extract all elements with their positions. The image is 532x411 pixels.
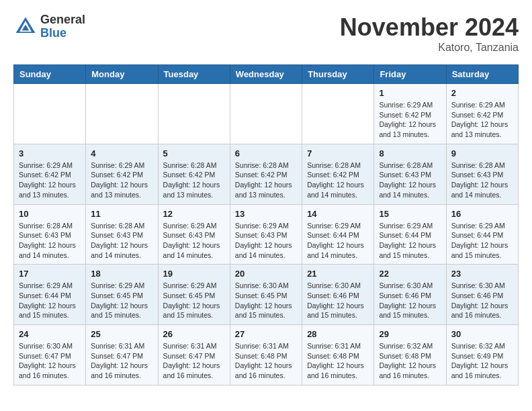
calendar-cell [302, 84, 374, 144]
day-info: Sunrise: 6:29 AM Sunset: 6:43 PM Dayligh… [235, 221, 297, 261]
calendar-cell: 5Sunrise: 6:28 AM Sunset: 6:42 PM Daylig… [158, 144, 230, 204]
calendar-cell: 3Sunrise: 6:29 AM Sunset: 6:42 PM Daylig… [14, 144, 86, 204]
calendar-cell: 13Sunrise: 6:29 AM Sunset: 6:43 PM Dayli… [230, 204, 302, 265]
logo: General Blue [13, 13, 85, 40]
calendar-cell: 22Sunrise: 6:30 AM Sunset: 6:46 PM Dayli… [374, 265, 446, 325]
day-info: Sunrise: 6:29 AM Sunset: 6:44 PM Dayligh… [307, 221, 369, 261]
day-info: Sunrise: 6:28 AM Sunset: 6:42 PM Dayligh… [163, 161, 225, 200]
day-number: 10 [19, 209, 81, 219]
month-title: November 2024 [340, 13, 519, 42]
day-info: Sunrise: 6:29 AM Sunset: 6:44 PM Dayligh… [379, 221, 441, 261]
day-info: Sunrise: 6:32 AM Sunset: 6:48 PM Dayligh… [379, 341, 441, 381]
day-number: 8 [379, 148, 441, 158]
calendar-cell [230, 84, 302, 144]
logo-text: General Blue [40, 13, 85, 40]
calendar-cell: 2Sunrise: 6:29 AM Sunset: 6:42 PM Daylig… [446, 84, 518, 144]
day-info: Sunrise: 6:30 AM Sunset: 6:46 PM Dayligh… [379, 281, 441, 320]
day-number: 11 [91, 209, 152, 219]
weekday-header-friday: Friday [374, 65, 446, 84]
calendar-cell: 29Sunrise: 6:32 AM Sunset: 6:48 PM Dayli… [374, 325, 446, 385]
page-header: General Blue November 2024 Katoro, Tanza… [13, 13, 519, 54]
calendar-cell: 10Sunrise: 6:28 AM Sunset: 6:43 PM Dayli… [14, 204, 86, 265]
weekday-header-monday: Monday [86, 65, 158, 84]
calendar-cell: 30Sunrise: 6:32 AM Sunset: 6:49 PM Dayli… [446, 325, 518, 385]
day-info: Sunrise: 6:31 AM Sunset: 6:47 PM Dayligh… [91, 341, 152, 381]
calendar-cell: 17Sunrise: 6:29 AM Sunset: 6:44 PM Dayli… [14, 265, 86, 325]
logo-icon [13, 15, 38, 39]
weekday-header-wednesday: Wednesday [230, 65, 302, 84]
calendar-cell [86, 84, 158, 144]
calendar-row: 3Sunrise: 6:29 AM Sunset: 6:42 PM Daylig… [14, 144, 519, 204]
calendar-cell: 6Sunrise: 6:28 AM Sunset: 6:42 PM Daylig… [230, 144, 302, 204]
day-number: 1 [379, 88, 441, 98]
calendar-cell: 8Sunrise: 6:28 AM Sunset: 6:43 PM Daylig… [374, 144, 446, 204]
calendar-cell: 25Sunrise: 6:31 AM Sunset: 6:47 PM Dayli… [86, 325, 158, 385]
day-number: 4 [91, 148, 152, 158]
calendar-cell: 14Sunrise: 6:29 AM Sunset: 6:44 PM Dayli… [302, 204, 374, 265]
day-info: Sunrise: 6:28 AM Sunset: 6:43 PM Dayligh… [91, 221, 152, 261]
calendar-cell: 15Sunrise: 6:29 AM Sunset: 6:44 PM Dayli… [374, 204, 446, 265]
day-number: 5 [163, 148, 225, 158]
weekday-header-sunday: Sunday [14, 65, 86, 84]
calendar-cell: 18Sunrise: 6:29 AM Sunset: 6:45 PM Dayli… [86, 265, 158, 325]
weekday-header-saturday: Saturday [446, 65, 518, 84]
day-info: Sunrise: 6:29 AM Sunset: 6:45 PM Dayligh… [163, 281, 225, 320]
calendar-cell: 27Sunrise: 6:31 AM Sunset: 6:48 PM Dayli… [230, 325, 302, 385]
calendar-cell: 28Sunrise: 6:31 AM Sunset: 6:48 PM Dayli… [302, 325, 374, 385]
calendar-table: SundayMondayTuesdayWednesdayThursdayFrid… [13, 64, 519, 385]
day-info: Sunrise: 6:29 AM Sunset: 6:42 PM Dayligh… [451, 100, 513, 140]
calendar-cell: 9Sunrise: 6:28 AM Sunset: 6:43 PM Daylig… [446, 144, 518, 204]
day-info: Sunrise: 6:30 AM Sunset: 6:46 PM Dayligh… [307, 281, 369, 320]
calendar-cell: 1Sunrise: 6:29 AM Sunset: 6:42 PM Daylig… [374, 84, 446, 144]
day-number: 13 [235, 209, 297, 219]
day-number: 19 [163, 269, 225, 279]
location: Katoro, Tanzania [340, 42, 519, 54]
calendar-cell [158, 84, 230, 144]
day-info: Sunrise: 6:28 AM Sunset: 6:42 PM Dayligh… [307, 161, 369, 200]
day-number: 30 [451, 329, 513, 339]
calendar-cell: 11Sunrise: 6:28 AM Sunset: 6:43 PM Dayli… [86, 204, 158, 265]
day-number: 14 [307, 209, 369, 219]
day-info: Sunrise: 6:28 AM Sunset: 6:43 PM Dayligh… [451, 161, 513, 200]
calendar-cell: 4Sunrise: 6:29 AM Sunset: 6:42 PM Daylig… [86, 144, 158, 204]
day-info: Sunrise: 6:29 AM Sunset: 6:42 PM Dayligh… [19, 161, 81, 200]
calendar-cell [14, 84, 86, 144]
weekday-row: SundayMondayTuesdayWednesdayThursdayFrid… [14, 65, 519, 84]
day-number: 17 [19, 269, 81, 279]
calendar-cell: 12Sunrise: 6:29 AM Sunset: 6:43 PM Dayli… [158, 204, 230, 265]
calendar-row: 24Sunrise: 6:30 AM Sunset: 6:47 PM Dayli… [14, 325, 519, 385]
day-number: 21 [307, 269, 369, 279]
calendar-cell: 19Sunrise: 6:29 AM Sunset: 6:45 PM Dayli… [158, 265, 230, 325]
day-number: 25 [91, 329, 152, 339]
day-number: 9 [451, 148, 513, 158]
day-info: Sunrise: 6:31 AM Sunset: 6:47 PM Dayligh… [163, 341, 225, 381]
day-number: 28 [307, 329, 369, 339]
calendar-cell: 24Sunrise: 6:30 AM Sunset: 6:47 PM Dayli… [14, 325, 86, 385]
day-info: Sunrise: 6:29 AM Sunset: 6:44 PM Dayligh… [451, 221, 513, 261]
day-info: Sunrise: 6:30 AM Sunset: 6:45 PM Dayligh… [235, 281, 297, 320]
day-info: Sunrise: 6:29 AM Sunset: 6:45 PM Dayligh… [91, 281, 152, 320]
logo-general-text: General [40, 13, 85, 27]
calendar-body: 1Sunrise: 6:29 AM Sunset: 6:42 PM Daylig… [14, 84, 519, 385]
day-number: 16 [451, 209, 513, 219]
day-number: 23 [451, 269, 513, 279]
weekday-header-thursday: Thursday [302, 65, 374, 84]
day-number: 6 [235, 148, 297, 158]
day-number: 26 [163, 329, 225, 339]
day-info: Sunrise: 6:29 AM Sunset: 6:42 PM Dayligh… [91, 161, 152, 200]
day-info: Sunrise: 6:29 AM Sunset: 6:44 PM Dayligh… [19, 281, 81, 320]
weekday-header-tuesday: Tuesday [158, 65, 230, 84]
day-info: Sunrise: 6:29 AM Sunset: 6:43 PM Dayligh… [163, 221, 225, 261]
calendar-header: SundayMondayTuesdayWednesdayThursdayFrid… [14, 65, 519, 84]
day-number: 18 [91, 269, 152, 279]
day-info: Sunrise: 6:30 AM Sunset: 6:47 PM Dayligh… [19, 341, 81, 381]
day-info: Sunrise: 6:32 AM Sunset: 6:49 PM Dayligh… [451, 341, 513, 381]
calendar-cell: 20Sunrise: 6:30 AM Sunset: 6:45 PM Dayli… [230, 265, 302, 325]
day-number: 29 [379, 329, 441, 339]
day-number: 15 [379, 209, 441, 219]
calendar-cell: 16Sunrise: 6:29 AM Sunset: 6:44 PM Dayli… [446, 204, 518, 265]
day-number: 3 [19, 148, 81, 158]
day-number: 12 [163, 209, 225, 219]
calendar-row: 10Sunrise: 6:28 AM Sunset: 6:43 PM Dayli… [14, 204, 519, 265]
calendar-row: 1Sunrise: 6:29 AM Sunset: 6:42 PM Daylig… [14, 84, 519, 144]
